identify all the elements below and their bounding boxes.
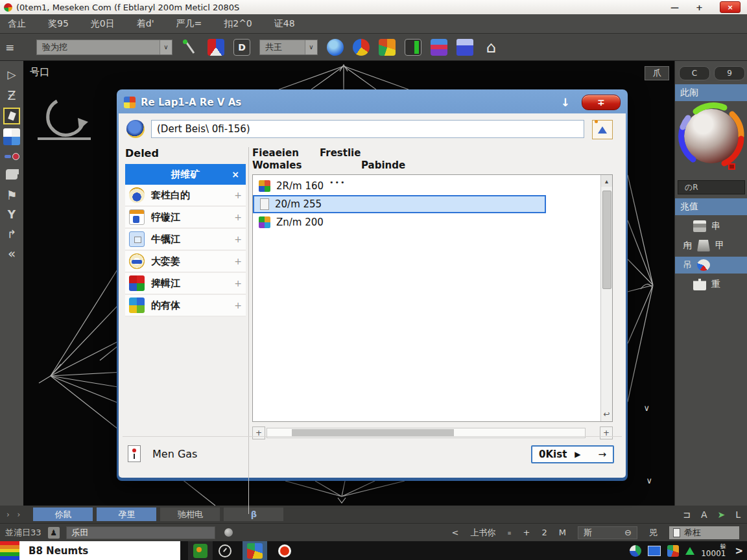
chevron-down-icon[interactable]: ∨ bbox=[646, 476, 652, 485]
page-tab-3[interactable]: 驰柑电 bbox=[160, 508, 220, 521]
nav-redo-icon[interactable]: 2 bbox=[542, 528, 547, 537]
search-field[interactable]: 希枉 bbox=[669, 526, 739, 539]
material-section-header[interactable]: 此闹 bbox=[675, 84, 747, 101]
file-row[interactable]: 2R/m 160 ••• bbox=[253, 177, 612, 195]
back-arrows-icon[interactable]: « bbox=[3, 245, 20, 262]
expand-icon[interactable]: + bbox=[234, 190, 242, 200]
file-list[interactable]: 2R/m 160 ••• 20/m 255 Zn/m 200 bbox=[252, 174, 613, 422]
sidebar-row[interactable]: 甪 甲 bbox=[675, 237, 747, 254]
menu-item-5[interactable]: 严几= bbox=[176, 18, 202, 30]
page-tab-4[interactable]: β bbox=[224, 508, 283, 521]
column-header[interactable]: Womales bbox=[252, 159, 302, 171]
taskbar-app-green[interactable] bbox=[188, 541, 213, 560]
zigzag-line-icon[interactable]: Ƶ bbox=[3, 87, 20, 104]
start-button[interactable] bbox=[0, 541, 19, 560]
dialog-close-button[interactable]: ∓ bbox=[582, 95, 621, 110]
menu-item-4[interactable]: 着d' bbox=[137, 18, 154, 30]
flag-color-icon[interactable] bbox=[208, 39, 224, 56]
boxed-d-icon[interactable]: D bbox=[233, 39, 250, 56]
scrollbar-thumb[interactable] bbox=[602, 191, 611, 289]
quad-view-icon[interactable] bbox=[3, 128, 20, 145]
places-item[interactable]: 大娈姜 + bbox=[125, 251, 246, 273]
tray-sphere-icon[interactable] bbox=[630, 545, 641, 557]
eraser-icon[interactable] bbox=[3, 148, 20, 165]
places-item[interactable]: 套栍白的 + bbox=[125, 185, 246, 207]
tray-color-icon[interactable] bbox=[667, 545, 679, 557]
horizontal-scrollbar[interactable]: + + bbox=[252, 426, 613, 440]
taskbar-app-clock[interactable] bbox=[213, 541, 237, 560]
scroll-right-icon[interactable]: + bbox=[600, 426, 613, 439]
places-item[interactable]: 的有体 + bbox=[125, 295, 246, 317]
nav-back-icon[interactable]: < bbox=[452, 528, 459, 537]
material-name-field[interactable]: のR bbox=[678, 180, 745, 194]
pointer-a-icon[interactable]: A bbox=[701, 509, 707, 520]
curve-icon[interactable]: ↱ bbox=[3, 226, 20, 242]
orb-icon[interactable] bbox=[224, 528, 233, 537]
nav-label[interactable]: 上书你 bbox=[470, 527, 495, 539]
export-doc-icon[interactable] bbox=[128, 445, 141, 462]
sidebar-tab-2[interactable]: 9 bbox=[714, 66, 745, 80]
nav-plus-icon[interactable]: + bbox=[523, 528, 530, 537]
chevron-down-icon[interactable]: ∨ bbox=[160, 40, 172, 54]
expand-icon[interactable]: + bbox=[234, 212, 242, 222]
letter-l-icon[interactable]: L bbox=[735, 509, 741, 520]
chevron-down-icon[interactable]: ∨ bbox=[305, 40, 317, 54]
close-icon[interactable]: × bbox=[231, 169, 239, 180]
expand-icon[interactable]: + bbox=[234, 278, 242, 288]
vertical-scrollbar[interactable]: ▴ ↩ bbox=[600, 175, 612, 421]
sidebar-row-active[interactable]: 吊 bbox=[675, 257, 747, 274]
column-header[interactable]: Fieaeien bbox=[252, 147, 299, 159]
command-field[interactable]: 乐田 bbox=[66, 526, 215, 539]
menu-item-1[interactable]: 含止 bbox=[8, 18, 26, 30]
tabs-overflow-icon[interactable]: › › bbox=[6, 510, 23, 519]
places-item[interactable]: 牛犡江 + bbox=[125, 229, 246, 251]
column-header[interactable]: Frestlie bbox=[320, 147, 361, 159]
column-header[interactable]: Pabinde bbox=[361, 159, 405, 171]
arrow-right-icon[interactable]: → bbox=[598, 449, 606, 460]
places-selected-item[interactable]: 拼维矿 × bbox=[125, 164, 246, 185]
scroll-left-icon[interactable]: + bbox=[252, 426, 265, 439]
panel-green-icon[interactable] bbox=[405, 39, 421, 56]
menu-item-6[interactable]: 扣2^0 bbox=[224, 18, 252, 30]
menu-item-2[interactable]: 奖95 bbox=[48, 18, 69, 30]
menu-item-3[interactable]: 光0日 bbox=[91, 18, 115, 30]
pawn-icon[interactable]: ♟ bbox=[48, 527, 60, 539]
path-input[interactable] bbox=[151, 120, 584, 138]
brush-tool-icon[interactable] bbox=[3, 108, 20, 124]
select-pointer-icon[interactable]: ▷ bbox=[3, 66, 20, 83]
pie-color-icon[interactable] bbox=[353, 39, 370, 56]
browse-button[interactable] bbox=[592, 120, 613, 139]
sidebar-row[interactable]: 重 bbox=[675, 276, 747, 293]
ok-button[interactable]: 0Kist ▶ → bbox=[531, 445, 614, 463]
scroll-up-icon[interactable]: ▴ bbox=[601, 175, 612, 187]
expand-icon[interactable]: + bbox=[234, 234, 242, 244]
nav-skip-icon[interactable]: M bbox=[559, 528, 566, 537]
layers-color-icon[interactable] bbox=[431, 39, 447, 56]
minus-circle-icon[interactable]: ⊖ bbox=[624, 528, 632, 537]
tray-chevron-icon[interactable]: > bbox=[735, 545, 743, 557]
places-item[interactable]: 捭輯江 + bbox=[125, 273, 246, 295]
file-row[interactable]: Zn/m 200 bbox=[253, 213, 612, 231]
taskbar-app-red[interactable] bbox=[272, 541, 297, 560]
home-icon[interactable]: ⌂ bbox=[482, 39, 499, 56]
brick-blue-icon[interactable] bbox=[456, 39, 473, 56]
taskbar-clock[interactable]: 躲 10001 bbox=[701, 544, 726, 557]
dialog-titlebar[interactable]: Re Lap1-A Re V As ↓ ∓ bbox=[119, 91, 626, 113]
workspace-dropdown[interactable]: 验为挖 ∨ bbox=[36, 40, 172, 55]
pen-tool-icon[interactable] bbox=[182, 39, 198, 56]
taskbar-search-input[interactable]: B8 Neumts bbox=[19, 541, 180, 560]
tray-window-icon[interactable] bbox=[648, 546, 661, 556]
sidebar-row[interactable]: 串 bbox=[675, 218, 747, 235]
dock-icon[interactable]: ⊐ bbox=[683, 509, 691, 520]
page-tab-1[interactable]: 伱鼠 bbox=[33, 508, 93, 521]
minimize-button[interactable]: — bbox=[670, 3, 679, 12]
expand-icon[interactable]: + bbox=[234, 256, 242, 266]
menu-item-7[interactable]: 证48 bbox=[274, 18, 295, 30]
sidebar-tab-1[interactable]: C bbox=[679, 66, 710, 80]
page-tab-2[interactable]: 孕里 bbox=[97, 508, 156, 521]
doc-char-icon[interactable]: 兕 bbox=[649, 527, 658, 539]
dialog-minimize-icon[interactable]: ↓ bbox=[561, 96, 576, 109]
close-button[interactable]: × bbox=[720, 1, 741, 13]
scroll-return-icon[interactable]: ↩ bbox=[601, 408, 612, 420]
taskbar-app-active[interactable] bbox=[243, 541, 267, 560]
